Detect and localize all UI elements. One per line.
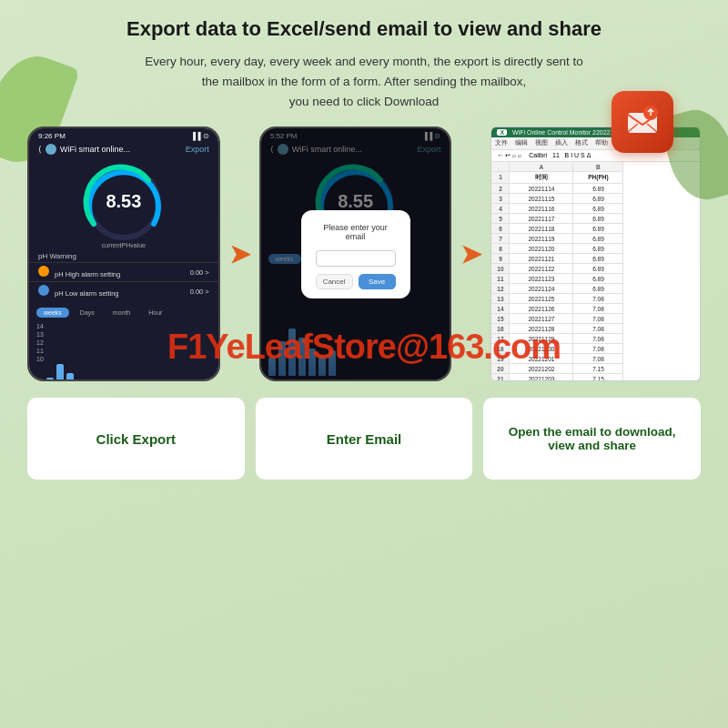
arrow-2-container: ➤ bbox=[460, 239, 481, 269]
excel-row-ph: 6.89 bbox=[573, 274, 623, 284]
tab-hour-1[interactable]: Hour bbox=[141, 308, 169, 318]
gauge-area-1: 8.53 currentPHvalue bbox=[29, 162, 218, 248]
excel-row-date: 20221202 bbox=[510, 364, 573, 374]
main-title: Export data to Excel/send email to view … bbox=[64, 16, 664, 43]
modal-cancel-button[interactable]: Cancel bbox=[316, 274, 353, 289]
excel-row-ph: 7.08 bbox=[573, 304, 623, 314]
excel-row-num: 6 bbox=[491, 224, 510, 234]
toolbar-view[interactable]: 视图 bbox=[535, 139, 548, 147]
excel-row-date: 20221126 bbox=[510, 304, 573, 314]
excel-row: 3202211156.89 bbox=[491, 194, 700, 204]
excel-row-num: 10 bbox=[491, 264, 510, 274]
excel-row: 21202212037.15 bbox=[491, 374, 700, 381]
excel-row-num: 20 bbox=[491, 364, 510, 374]
excel-row-date: 20221119 bbox=[510, 234, 573, 244]
excel-row-date: 时间 bbox=[510, 172, 573, 184]
time-1: 9:26 PM bbox=[38, 132, 66, 140]
excel-row-num: 1 bbox=[491, 172, 510, 184]
excel-row: 18202211307.08 bbox=[491, 344, 700, 354]
excel-row-ph: 6.89 bbox=[573, 194, 623, 204]
step-3-label: Open the email to download, view and sha… bbox=[496, 425, 688, 452]
excel-row: 20202212027.15 bbox=[491, 364, 700, 374]
excel-x-logo: X bbox=[497, 129, 507, 136]
tab-weeks-1[interactable]: weeks bbox=[36, 308, 69, 318]
excel-col-a-header: A bbox=[510, 162, 573, 172]
excel-row-ph: 7.08 bbox=[573, 354, 623, 364]
chart-labels-1: 14 13 12 11 10 bbox=[29, 321, 218, 364]
step-2-box: Enter Email bbox=[256, 398, 473, 480]
alarm-high-icon-1 bbox=[38, 266, 49, 277]
mini-chart-1 bbox=[29, 364, 218, 381]
excel-row: 9202211216.89 bbox=[491, 254, 700, 264]
arrow-2: ➤ bbox=[460, 239, 481, 269]
excel-row: 17202211297.08 bbox=[491, 334, 700, 344]
excel-row: 8202211206.89 bbox=[491, 244, 700, 254]
excel-row-num: 3 bbox=[491, 194, 510, 204]
tab-month-1[interactable]: month bbox=[106, 308, 137, 318]
excel-row-num: 14 bbox=[491, 304, 510, 314]
phone-screenshot-1: 9:26 PM ▐▐ ⊙ ⟨ WiFi smart online... Expo… bbox=[27, 126, 220, 381]
excel-row: 6202211186.89 bbox=[491, 224, 700, 234]
subtitle-line2: the mailbox in the form of a form. After… bbox=[202, 75, 526, 88]
email-icon-box bbox=[612, 91, 673, 153]
step-3-box: Open the email to download, view and sha… bbox=[483, 398, 701, 480]
ph-warning-1: pH Warning bbox=[29, 250, 218, 262]
excel-row: 12202211246.89 bbox=[491, 284, 700, 294]
toolbar-edit[interactable]: 编辑 bbox=[515, 139, 528, 147]
alarm-high-row-1: pH High alarm setting 0.00 > bbox=[29, 262, 218, 281]
email-input[interactable] bbox=[316, 250, 396, 267]
excel-row: 19202212017.08 bbox=[491, 354, 700, 364]
tabs-row-1: weeks Days month Hour bbox=[29, 304, 218, 321]
excel-row: 1时间PH(PH) bbox=[491, 172, 700, 184]
excel-row-ph: 7.08 bbox=[573, 334, 623, 344]
export-link-1[interactable]: Export bbox=[186, 145, 209, 154]
email-icon bbox=[624, 104, 661, 140]
step-1-label: Click Export bbox=[96, 431, 177, 447]
toolbar-file[interactable]: 文件 bbox=[495, 139, 508, 147]
bar-2 bbox=[46, 378, 54, 381]
excel-row-num: 12 bbox=[491, 284, 510, 294]
excel-row-ph: 6.89 bbox=[573, 204, 623, 214]
excel-row-ph: 7.15 bbox=[573, 374, 623, 381]
excel-row: 10202211226.89 bbox=[491, 264, 700, 274]
step-1-box: Click Export bbox=[27, 398, 245, 480]
excel-row-ph: 6.89 bbox=[573, 254, 623, 264]
toolbar-help[interactable]: 帮助 bbox=[595, 139, 608, 147]
email-modal: Please enter your email Cancel Save bbox=[301, 210, 410, 299]
excel-row-ph: 7.08 bbox=[573, 344, 623, 354]
excel-row-date: 20221120 bbox=[510, 244, 573, 254]
main-container: Export data to Excel/send email to view … bbox=[0, 0, 728, 728]
excel-row-num: 11 bbox=[491, 274, 510, 284]
excel-row-num: 8 bbox=[491, 244, 510, 254]
excel-row-date: 20221115 bbox=[510, 194, 573, 204]
toolbar-insert[interactable]: 插入 bbox=[555, 139, 568, 147]
modal-save-button[interactable]: Save bbox=[359, 274, 396, 289]
arrow-1-container: ➤ bbox=[229, 239, 250, 269]
modal-overlay: Please enter your email Cancel Save bbox=[261, 128, 450, 379]
toolbar-format[interactable]: 格式 bbox=[575, 139, 588, 147]
excel-screenshot: X WiFi Online Control Monitor 2202212131… bbox=[490, 126, 701, 381]
phone-screenshot-2: 5:52 PM ▐▐ ⊙ ⟨ WiFi smart online... Expo… bbox=[259, 126, 452, 381]
bar-4 bbox=[66, 373, 74, 381]
subtitle-line1: Every hour, every day, every week and ev… bbox=[145, 55, 582, 68]
excel-row-num: 2 bbox=[491, 184, 510, 194]
excel-row-num: 19 bbox=[491, 354, 510, 364]
phone-screen-1: 9:26 PM ▐▐ ⊙ ⟨ WiFi smart online... Expo… bbox=[29, 128, 218, 379]
excel-row: 15202211277.08 bbox=[491, 314, 700, 324]
excel-row-ph: 6.89 bbox=[573, 224, 623, 234]
excel-row-date: 20221125 bbox=[510, 294, 573, 304]
excel-row: 7202211196.89 bbox=[491, 234, 700, 244]
excel-row-num: 13 bbox=[491, 294, 510, 304]
excel-row-num: 5 bbox=[491, 214, 510, 224]
excel-row-ph: 6.89 bbox=[573, 264, 623, 274]
tab-days-1[interactable]: Days bbox=[73, 308, 102, 318]
excel-row-date: 20221201 bbox=[510, 354, 573, 364]
excel-row-ph: 7.15 bbox=[573, 364, 623, 374]
signal-icons-1: ▐▐ ⊙ bbox=[190, 132, 209, 140]
excel-row-date: 20221127 bbox=[510, 314, 573, 324]
excel-row-ph: 6.89 bbox=[573, 184, 623, 194]
alarm-high-val-1: 0.00 > bbox=[190, 268, 209, 277]
excel-row-num: 7 bbox=[491, 234, 510, 244]
excel-rows-container: 1时间PH(PH)2202211146.893202211156.8942022… bbox=[491, 172, 700, 381]
excel-col-num-header bbox=[491, 162, 510, 172]
